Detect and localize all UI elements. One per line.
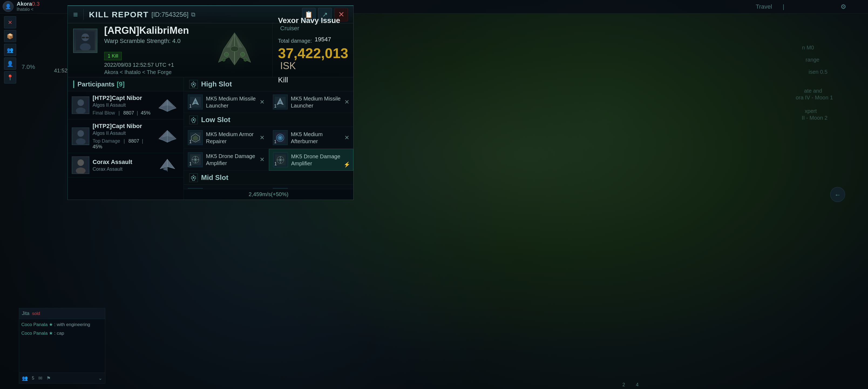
ship-svg bbox=[208, 27, 261, 73]
svg-point-38 bbox=[194, 101, 196, 103]
hud-percent: 7.0% bbox=[22, 63, 35, 71]
svg-point-16 bbox=[78, 100, 84, 106]
separator-travel: | bbox=[783, 3, 784, 10]
equip-remove-1[interactable]: ✕ bbox=[258, 98, 266, 106]
kill-type-label: Kill bbox=[278, 76, 348, 84]
list-item[interactable]: [HTP2]Capt Nibor Algos II Assault Top Da… bbox=[68, 119, 184, 153]
equip-icon-2: 1 bbox=[273, 94, 288, 109]
total-damage-value: 19547 bbox=[315, 36, 331, 43]
speed-bar: 2,459m/s(+50%) bbox=[184, 189, 353, 200]
title-bar-accent bbox=[73, 81, 74, 88]
stat-separator-1: | bbox=[119, 110, 120, 116]
equip-special-icon: ⚡ bbox=[344, 161, 350, 168]
ship-class-name: Vexor Navy Issue bbox=[278, 16, 340, 25]
low-slot-header: Low Slot bbox=[184, 113, 353, 127]
participant-info-3: Corax Assault Corax Assault bbox=[93, 159, 152, 172]
high-slot-icon bbox=[189, 80, 198, 89]
chat-author-1: Coco Panala ★ bbox=[21, 322, 53, 327]
equip-icon-dda1: 1 bbox=[188, 152, 203, 167]
svg-point-13 bbox=[222, 58, 225, 61]
chat-chevron-icon[interactable]: ⌄ bbox=[98, 375, 102, 381]
equip-count-ab: 1 bbox=[274, 139, 277, 144]
ship-class-type: Cruiser bbox=[280, 25, 299, 32]
low-slot-grid: 1 MK5 Medium Armor Repairer ✕ bbox=[184, 127, 353, 171]
bg-label-7: II - Moon 2 bbox=[802, 115, 828, 121]
equip-remove-dda1[interactable]: ✕ bbox=[258, 156, 266, 163]
location-nav-icon[interactable]: 📍 bbox=[4, 71, 16, 83]
victim-panel: [ARGN]KalibriMen Warp Scramble Strength:… bbox=[68, 23, 197, 77]
svg-point-67 bbox=[193, 177, 194, 178]
ship-display bbox=[197, 23, 272, 77]
avatar: 👤 bbox=[3, 1, 13, 12]
equip-count-1: 1 bbox=[189, 104, 192, 109]
mid-slot-icon bbox=[189, 173, 198, 182]
victim-info: [ARGN]KalibriMen Warp Scramble Strength:… bbox=[104, 25, 190, 75]
equip-item[interactable]: 1 MK5 Medium Afterburner ✕ bbox=[269, 127, 353, 148]
chat-sold-indicator: sold bbox=[32, 311, 40, 316]
equip-item[interactable]: 1 MK5 Drone Damage Amplifier ✕ bbox=[184, 149, 269, 171]
copy-id-icon[interactable]: ⧉ bbox=[191, 11, 195, 18]
equip-item[interactable]: 1 MK5 Stasis Webifier ✕ bbox=[184, 185, 269, 189]
svg-rect-3 bbox=[82, 37, 85, 38]
stat-separator-2: | bbox=[124, 138, 125, 144]
participant-ship-img-1 bbox=[155, 98, 180, 113]
chat-footer: 👥 5 ✉ ⚑ ⌄ bbox=[19, 372, 105, 383]
equip-name-2: MK5 Medium Missile Launcher bbox=[291, 95, 349, 109]
people-nav-icon[interactable]: 👥 bbox=[4, 44, 16, 56]
participants-count: [9] bbox=[117, 81, 124, 88]
equip-remove-armor[interactable]: ✕ bbox=[258, 134, 266, 142]
chat-mail-icon[interactable]: ✉ bbox=[38, 375, 42, 381]
cargo-nav-icon[interactable]: 📦 bbox=[4, 30, 16, 42]
modal-id: [ID:7543256] bbox=[151, 11, 188, 18]
equip-count-dda2: 1 bbox=[275, 162, 277, 166]
chat-flag-icon[interactable]: ⚑ bbox=[46, 375, 51, 381]
nav-arrow-left[interactable]: ← bbox=[830, 187, 845, 202]
chat-channel-name: Jita bbox=[22, 311, 29, 316]
chat-header: Jita sold bbox=[19, 308, 105, 319]
participant-ship-2: Algos II Assault bbox=[93, 131, 152, 136]
equip-remove-ab[interactable]: ✕ bbox=[343, 134, 350, 142]
filter-icon[interactable]: ⚙ bbox=[840, 3, 846, 10]
svg-point-35 bbox=[193, 83, 194, 85]
kill-stats-panel: Vexor Navy Issue Cruiser Total damage: 1… bbox=[272, 23, 353, 77]
stat-percent-2: 45% bbox=[93, 144, 102, 149]
list-item[interactable]: Corax Assault Corax Assault bbox=[68, 153, 184, 177]
list-item[interactable]: [HTP2]Capt Nibor Algos II Assault Final … bbox=[68, 91, 184, 119]
equip-item[interactable]: 1 MK5 Medium Missile Launcher ✕ bbox=[184, 91, 269, 113]
participant-ship-img-3 bbox=[155, 158, 180, 173]
header-title-group: KILL REPORT [ID:7543256] ⧉ bbox=[89, 10, 196, 19]
svg-rect-4 bbox=[86, 37, 89, 38]
participant-name-3: Corax Assault bbox=[93, 159, 152, 166]
participant-avatar-1 bbox=[72, 96, 89, 114]
bg-label-1: n M0 bbox=[802, 45, 814, 51]
menu-icon[interactable]: ≡ bbox=[73, 10, 78, 19]
stat-label-1: Final Blow bbox=[93, 110, 115, 116]
equip-name-ab: MK5 Medium Afterburner bbox=[291, 131, 349, 145]
close-nav-icon[interactable]: ✕ bbox=[4, 16, 16, 28]
svg-point-42 bbox=[193, 119, 194, 121]
right-nav: ← bbox=[830, 187, 845, 202]
participants-title: Participants [9] bbox=[68, 77, 184, 91]
mid-slot-header: Mid Slot bbox=[184, 171, 353, 185]
modal-title: KILL REPORT bbox=[89, 10, 149, 19]
chat-people-icon[interactable]: 👥 bbox=[22, 375, 28, 381]
kill-timestamp: 2022/09/03 12:52:57 UTC +1 bbox=[104, 62, 190, 68]
svg-point-14 bbox=[244, 58, 247, 61]
victim-name: [ARGN]KalibriMen bbox=[104, 25, 190, 36]
participant-name-1: [HTP2]Capt Nibor bbox=[93, 94, 152, 102]
equip-count-armor: 1 bbox=[189, 139, 192, 144]
equip-remove-2[interactable]: ✕ bbox=[343, 98, 350, 106]
svg-point-23 bbox=[78, 130, 84, 137]
equip-item[interactable]: 1 MK5 Medium Armor Repairer ✕ bbox=[184, 127, 269, 148]
char-nav-icon[interactable]: 👤 bbox=[4, 58, 16, 70]
equip-icon-dda2: 1 bbox=[273, 152, 288, 167]
bg-label-2: range bbox=[806, 57, 819, 63]
equip-item[interactable]: 1 MK5 Medium Missile Launcher ✕ bbox=[269, 91, 353, 113]
participant-ship-img-2 bbox=[155, 129, 180, 144]
left-nav: ✕ 📦 👥 👤 📍 bbox=[4, 16, 16, 83]
character-panel: 👤 Akora0.3 Ihatalo < 4.6 12:63 bbox=[3, 1, 40, 12]
equip-item[interactable]: 1 MK5 Drone Damage Amplifier ⚡ bbox=[269, 149, 353, 171]
equip-item[interactable]: 1 MK5 Medium Energy bbox=[269, 185, 353, 189]
stat-percent-1: 45% bbox=[141, 110, 151, 116]
modal-main-content: Participants [9] [HTP2]Capt bbox=[68, 77, 353, 200]
